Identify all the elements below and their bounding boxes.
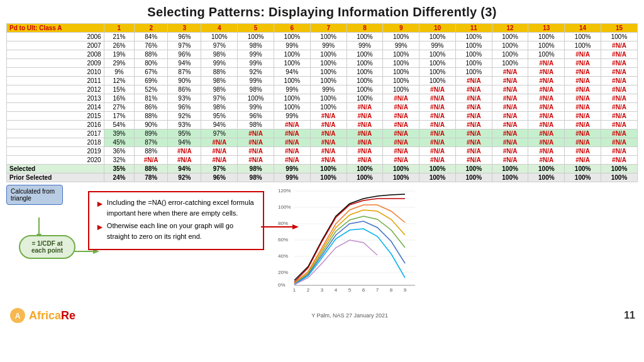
table-cell: 97% <box>168 41 201 50</box>
table-cell: #N/A <box>601 156 638 165</box>
arrow-bullet-1: ► <box>96 197 104 211</box>
table-cell: #N/A <box>492 121 528 129</box>
bullet-1-text: Including the =NA() error-catching excel… <box>107 197 257 218</box>
table-cell: 100% <box>455 50 492 59</box>
note-box: ► Including the =NA() error-catching exc… <box>88 191 264 250</box>
table-cell: #N/A <box>565 50 601 59</box>
table-cell: 100% <box>274 59 310 68</box>
table-cell: 100% <box>347 50 383 59</box>
table-cell: 100% <box>383 68 419 77</box>
table-cell: #N/A <box>565 59 601 68</box>
table-cell: 84% <box>135 33 168 41</box>
table-cell: #N/A <box>528 77 565 85</box>
table-cell: 100% <box>419 68 456 77</box>
footer-logo: A Africa Re <box>9 307 75 324</box>
svg-text:6: 6 <box>362 287 365 292</box>
table-cell: 95% <box>168 129 201 138</box>
selected-cell: 100% <box>347 165 383 173</box>
table-cell: #N/A <box>455 138 492 147</box>
table-cell: 99% <box>201 59 238 68</box>
table-row-year: 2017 <box>7 129 104 138</box>
table-cell: #N/A <box>565 121 601 129</box>
table-cell: 100% <box>528 50 565 59</box>
prior-cell: 100% <box>492 173 528 182</box>
table-cell: #N/A <box>492 85 528 94</box>
prior-cell: 92% <box>168 173 201 182</box>
table-cell: 100% <box>310 77 347 85</box>
table-cell: 100% <box>565 33 601 41</box>
table-cell: #N/A <box>201 138 238 147</box>
table-cell: #N/A <box>238 156 274 165</box>
table-cell: #N/A <box>201 156 238 165</box>
table-cell: #N/A <box>601 68 638 77</box>
prior-cell: 98% <box>238 173 274 182</box>
selected-cell: 100% <box>310 165 347 173</box>
table-cell: 90% <box>135 121 168 129</box>
table-cell: #N/A <box>383 112 419 121</box>
table-cell: 100% <box>347 68 383 77</box>
table-cell: #N/A <box>601 59 638 68</box>
table-cell: 36% <box>104 147 134 156</box>
table-cell: #N/A <box>168 147 201 156</box>
selected-cell: 94% <box>168 165 201 173</box>
calc-triangle-box: Calculated from triangle <box>6 185 63 205</box>
table-cell: #N/A <box>419 147 456 156</box>
table-cell: 45% <box>104 138 134 147</box>
table-cell: 100% <box>383 50 419 59</box>
table-cell: #N/A <box>455 112 492 121</box>
prior-cell: 100% <box>455 173 492 182</box>
table-cell: #N/A <box>383 147 419 156</box>
selected-cell: 100% <box>528 165 565 173</box>
calc-triangle-text: Calculated from triangle <box>11 188 55 202</box>
svg-text:A: A <box>15 312 21 321</box>
footer-source: Y Palm, NAS 27 January 2021 <box>311 312 388 319</box>
table-cell: #N/A <box>383 121 419 129</box>
prior-cell: 100% <box>347 173 383 182</box>
table-cell: 94% <box>168 59 201 68</box>
table-cell: 100% <box>565 41 601 50</box>
table-cell: 100% <box>274 33 310 41</box>
table-cell: #N/A <box>310 121 347 129</box>
table-cell: 99% <box>238 77 274 85</box>
table-cell: 81% <box>135 94 168 103</box>
selected-cell: 35% <box>104 165 134 173</box>
table-cell: 100% <box>274 50 310 59</box>
col-13: 13 <box>528 24 565 33</box>
table-cell: 99% <box>310 41 347 50</box>
table-cell: #N/A <box>455 94 492 103</box>
col-header-label: Pd to Ult: Class A <box>7 24 104 33</box>
table-cell: 26% <box>104 41 134 50</box>
table-cell: 92% <box>238 68 274 77</box>
table-cell: #N/A <box>565 103 601 112</box>
table-cell: 100% <box>419 59 456 68</box>
table-cell: 94% <box>201 121 238 129</box>
svg-text:100%: 100% <box>278 204 291 210</box>
table-cell: #N/A <box>601 147 638 156</box>
table-cell: 80% <box>135 59 168 68</box>
table-cell: 99% <box>274 41 310 50</box>
table-cell: 99% <box>238 59 274 68</box>
table-cell: #N/A <box>601 77 638 85</box>
table-cell: 100% <box>601 33 638 41</box>
table-cell: 97% <box>201 129 238 138</box>
bottom-section: Calculated from triangle = 1/CDF at each… <box>6 185 638 304</box>
svg-text:1: 1 <box>293 287 296 292</box>
table-cell: #N/A <box>419 94 456 103</box>
table-cell: 88% <box>201 68 238 77</box>
selected-cell: 100% <box>383 165 419 173</box>
table-cell: 99% <box>238 103 274 112</box>
table-cell: #N/A <box>455 121 492 129</box>
table-cell: 100% <box>492 50 528 59</box>
col-5: 5 <box>238 24 274 33</box>
table-cell: #N/A <box>238 147 274 156</box>
table-cell: 99% <box>310 85 347 94</box>
table-cell: 15% <box>104 85 134 94</box>
prior-cell: 78% <box>135 173 168 182</box>
selected-cell: 97% <box>201 165 238 173</box>
table-cell: #N/A <box>528 68 565 77</box>
table-cell: #N/A <box>419 156 456 165</box>
table-cell: 100% <box>492 59 528 68</box>
middle-note: ► Including the =NA() error-catching exc… <box>82 185 270 304</box>
table-cell: #N/A <box>601 138 638 147</box>
table-cell: #N/A <box>419 121 456 129</box>
